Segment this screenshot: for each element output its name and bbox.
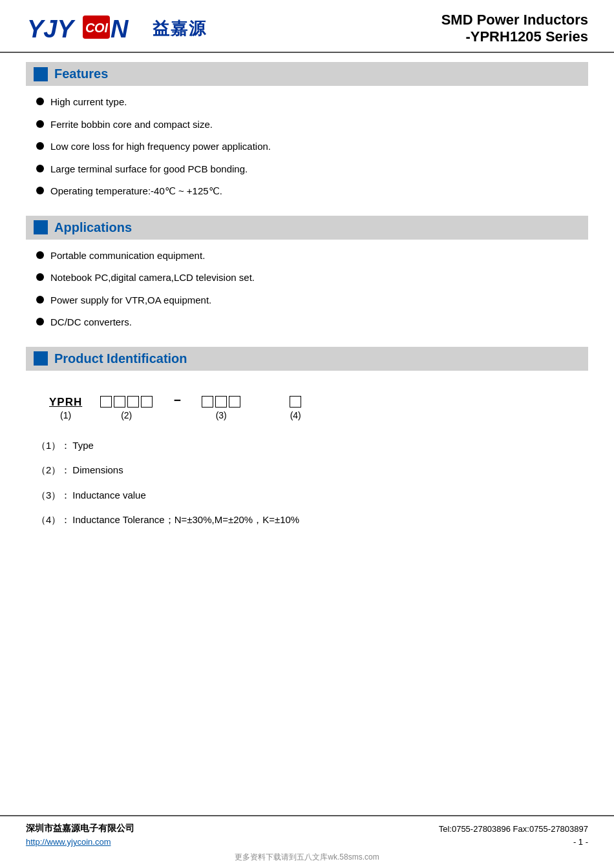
applications-square-icon	[34, 220, 48, 234]
id-item-desc-3: Inductance value	[72, 488, 145, 503]
id-item-num-2: （2）	[36, 463, 61, 478]
list-item: （4） ： Inductance Tolerance；N=±30%,M=±20%…	[36, 513, 578, 528]
id-item-desc-2: Dimensions	[72, 463, 123, 478]
features-section-header: Features	[26, 62, 588, 86]
list-item: Operating temperature:-40℃ ~ +125℃.	[36, 184, 588, 199]
code-part-2: (2)	[100, 395, 153, 420]
feature-item-4: Large terminal surface for good PCB bond…	[50, 162, 248, 177]
product-id-content: YPRH (1) (2) －	[26, 380, 588, 551]
footer-company: 深圳市益嘉源电子有限公司	[26, 823, 134, 834]
bullet-icon	[36, 120, 44, 128]
code-box	[202, 396, 213, 408]
id-item-num-1: （1）	[36, 439, 61, 453]
product-code-diagram: YPRH (1) (2) －	[36, 391, 578, 420]
code-num-3: (3)	[216, 410, 227, 420]
list-item: Power supply for VTR,OA equipment.	[36, 293, 588, 308]
app-item-1: Portable communication equipment.	[50, 249, 205, 264]
applications-title: Applications	[54, 220, 132, 235]
feature-item-5: Operating temperature:-40℃ ~ +125℃.	[50, 184, 222, 199]
bullet-icon	[36, 251, 44, 259]
code-dash: －	[171, 391, 184, 409]
logo-area: YJY C OI N 益嘉源	[26, 12, 207, 45]
code-part-1: YPRH (1)	[49, 396, 82, 420]
code-part-3: (3)	[202, 395, 240, 420]
features-list: High current type. Ferrite bobbin core a…	[26, 95, 588, 213]
list-item: Large terminal surface for good PCB bond…	[36, 162, 588, 177]
code-boxes-2	[100, 396, 153, 408]
header-title: SMD Power Inductors -YPRH1205 Series	[441, 12, 588, 45]
list-item: （1） ： Type	[36, 439, 578, 453]
app-item-3: Power supply for VTR,OA equipment.	[50, 293, 211, 308]
svg-text:N: N	[111, 16, 129, 43]
list-item: Ferrite bobbin core and compact size.	[36, 118, 588, 132]
code-boxes-4	[290, 396, 301, 408]
footer-row1: 深圳市益嘉源电子有限公司 Tel:0755-27803896 Fax:0755-…	[26, 823, 588, 834]
code-box	[114, 396, 125, 408]
bullet-icon	[36, 318, 44, 326]
header: YJY C OI N 益嘉源 SMD Power Inductors -YPRH…	[0, 0, 614, 53]
footer-link[interactable]: http://www.yjycoin.com	[26, 837, 111, 847]
product-id-section-header: Product Identification	[26, 347, 588, 371]
code-boxes-3	[202, 396, 240, 408]
app-item-4: DC/DC converters.	[50, 315, 132, 330]
id-item-desc-4: Inductance Tolerance；N=±30%,M=±20%，K=±10…	[72, 513, 299, 528]
bullet-icon	[36, 165, 44, 172]
list-item: Portable communication equipment.	[36, 249, 588, 264]
svg-text:YJY: YJY	[27, 16, 76, 43]
bullet-icon	[36, 296, 44, 304]
id-item-colon-1: ：	[61, 439, 72, 453]
list-item: Notebook PC,digital camera,LCD televisio…	[36, 271, 588, 285]
id-item-desc-1: Type	[72, 439, 94, 453]
product-id-square-icon	[34, 351, 48, 366]
product-id-title: Product Identification	[54, 351, 187, 366]
main-content: Features High current type. Ferrite bobb…	[0, 53, 614, 689]
code-box	[141, 396, 153, 408]
id-item-colon-2: ：	[61, 463, 72, 478]
page-wrapper: YJY C OI N 益嘉源 SMD Power Inductors -YPRH…	[0, 0, 614, 868]
bullet-icon	[36, 142, 44, 150]
applications-list: Portable communication equipment. Notebo…	[26, 249, 588, 344]
code-num-1: (1)	[60, 410, 71, 420]
logo-svg: YJY C OI N	[26, 12, 149, 45]
footer-watermark: 更多资料下载请到五八文库wk.58sms.com	[26, 852, 588, 863]
code-box	[127, 396, 139, 408]
list-item: High current type.	[36, 95, 588, 110]
feature-item-1: High current type.	[50, 95, 127, 110]
code-box	[229, 396, 240, 408]
id-items-list: （1） ： Type （2） ： Dimensions （3） ： Induct…	[36, 439, 578, 528]
spacer	[0, 689, 614, 815]
title-line1: SMD Power Inductors	[441, 12, 588, 28]
app-item-2: Notebook PC,digital camera,LCD televisio…	[50, 271, 255, 285]
title-line2: -YPRH1205 Series	[441, 28, 588, 45]
code-prefix: YPRH	[49, 396, 82, 409]
id-item-num-3: （3）	[36, 488, 61, 503]
list-item: DC/DC converters.	[36, 315, 588, 330]
code-num-4: (4)	[290, 410, 301, 420]
feature-item-3: Low core loss for high frequency power a…	[50, 140, 271, 154]
footer-row2: http://www.yjycoin.com - 1 -	[26, 837, 588, 847]
code-box	[290, 396, 301, 408]
list-item: Low core loss for high frequency power a…	[36, 140, 588, 154]
code-box	[100, 396, 112, 408]
svg-text:C: C	[85, 21, 95, 35]
list-item: （3） ： Inductance value	[36, 488, 578, 503]
bullet-icon	[36, 98, 44, 105]
bullet-icon	[36, 187, 44, 194]
svg-text:OI: OI	[94, 21, 109, 35]
footer-page: - 1 -	[573, 837, 588, 847]
code-part-4: (4)	[290, 395, 301, 420]
features-title: Features	[54, 67, 108, 81]
list-item: （2） ： Dimensions	[36, 463, 578, 478]
code-box	[215, 396, 227, 408]
id-item-colon-3: ：	[61, 488, 72, 503]
id-item-colon-4: ：	[61, 513, 72, 528]
code-num-2: (2)	[121, 410, 132, 420]
footer-contact: Tel:0755-27803896 Fax:0755-27803897	[439, 824, 588, 834]
features-square-icon	[34, 67, 48, 81]
feature-item-2: Ferrite bobbin core and compact size.	[50, 118, 213, 132]
logo-cn-text: 益嘉源	[153, 17, 207, 40]
applications-section-header: Applications	[26, 216, 588, 240]
footer: 深圳市益嘉源电子有限公司 Tel:0755-27803896 Fax:0755-…	[0, 815, 614, 868]
bullet-icon	[36, 273, 44, 281]
id-item-num-4: （4）	[36, 513, 61, 528]
